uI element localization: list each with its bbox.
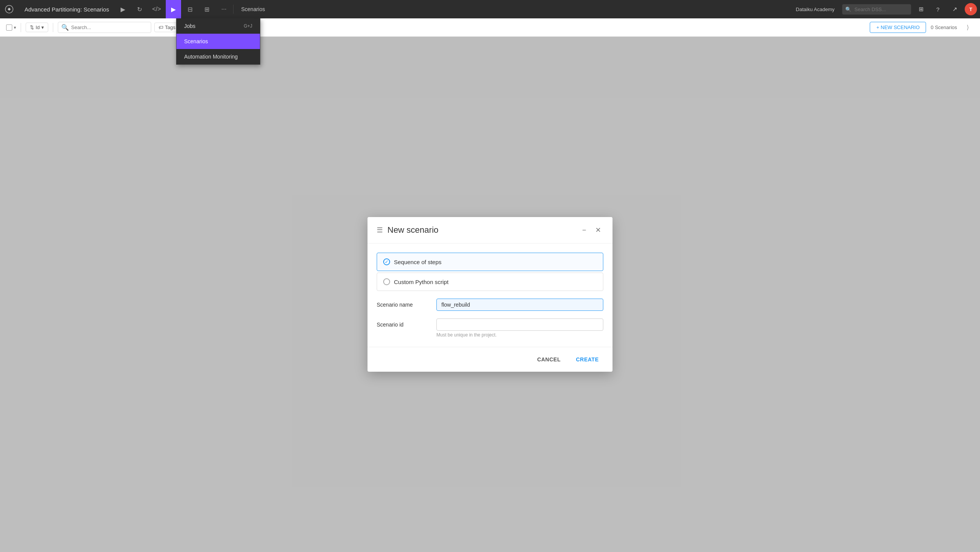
toolbar-divider-2 xyxy=(53,23,53,32)
search-icon: 🔍 xyxy=(845,7,851,12)
jobs-shortcut: G+J xyxy=(244,23,252,29)
dropdown-jobs[interactable]: Jobs G+J xyxy=(176,18,260,34)
grid-icon[interactable]: ⊞ xyxy=(199,0,215,18)
app-logo[interactable] xyxy=(0,0,18,18)
dropdown-scenarios[interactable]: Scenarios xyxy=(176,34,260,49)
sequence-radio-selected xyxy=(383,258,390,265)
modal-title: New scenario xyxy=(387,225,574,235)
page-title: Advanced Partitioning: Scenarios xyxy=(18,6,115,13)
python-radio xyxy=(383,278,390,285)
modal-footer: CANCEL CREATE xyxy=(368,347,612,372)
select-all-checkbox[interactable]: ▾ xyxy=(6,24,16,31)
new-scenario-modal: ☰ New scenario − ✕ Sequence of steps Cus… xyxy=(368,217,612,372)
scenario-name-label: Scenario name xyxy=(377,299,430,308)
create-button[interactable]: CREATE xyxy=(571,353,603,366)
custom-python-script-option[interactable]: Custom Python script xyxy=(377,273,603,291)
dataiku-academy-link[interactable]: Dataiku Academy xyxy=(791,7,839,12)
python-label: Custom Python script xyxy=(394,279,449,285)
list-icon: ☰ xyxy=(377,226,383,234)
database-icon[interactable]: ⊟ xyxy=(183,0,198,18)
sort-icon: ⇅ xyxy=(30,24,34,30)
toolbar-left: ▾ ⇅ Id ▾ 🔍 🏷 Tags ▾ ★ Favorites xyxy=(6,22,867,33)
modal-controls: − ✕ xyxy=(579,225,603,235)
nav-icons-group: ▶ ↻ </> ▶ ⊟ ⊞ ··· xyxy=(115,0,232,18)
main-content-area: ☰ New scenario − ✕ Sequence of steps Cus… xyxy=(0,37,980,552)
sequence-of-steps-option[interactable]: Sequence of steps xyxy=(377,253,603,271)
modal-header: ☰ New scenario − ✕ xyxy=(368,217,612,243)
refresh-icon[interactable]: ↻ xyxy=(132,0,147,18)
toolbar-search: 🔍 xyxy=(58,22,151,33)
toolbar-right: + NEW SCENARIO 0 Scenarios ⟩ xyxy=(870,21,974,34)
global-search-input[interactable] xyxy=(842,4,911,15)
chart-icon[interactable]: ↗ xyxy=(948,2,962,16)
sort-by-id-button[interactable]: ⇅ Id ▾ xyxy=(26,23,48,32)
scenario-id-hint: Must be unique in the project. xyxy=(436,332,603,338)
scenario-id-label: Scenario id xyxy=(377,318,430,328)
apps-icon[interactable]: ⊞ xyxy=(914,2,928,16)
scenario-name-input[interactable] xyxy=(436,299,603,311)
scenario-id-input[interactable] xyxy=(436,318,603,331)
jobs-label: Jobs xyxy=(184,23,196,29)
search-icon: 🔍 xyxy=(61,24,69,31)
scenarios-label: Scenarios xyxy=(184,38,208,44)
help-icon[interactable]: ? xyxy=(931,2,945,16)
top-navigation: Advanced Partitioning: Scenarios ▶ ↻ </>… xyxy=(0,0,980,18)
avatar[interactable]: T xyxy=(965,3,977,15)
scenario-name-input-wrapper xyxy=(436,299,603,311)
chevron-icon: ▾ xyxy=(14,25,16,30)
dropdown-menu: Jobs G+J Scenarios Automation Monitoring xyxy=(176,18,260,65)
breadcrumb-label: Scenarios xyxy=(235,6,271,12)
toolbar: ▾ ⇅ Id ▾ 🔍 🏷 Tags ▾ ★ Favorites + NEW SC… xyxy=(0,18,980,37)
dropdown-automation-monitoring[interactable]: Automation Monitoring xyxy=(176,49,260,64)
close-button[interactable]: ✕ xyxy=(593,225,603,235)
new-scenario-button[interactable]: + NEW SCENARIO xyxy=(870,22,926,33)
scenario-id-input-wrapper: Must be unique in the project. xyxy=(436,318,603,338)
toolbar-divider xyxy=(21,23,21,32)
code-icon[interactable]: </> xyxy=(149,0,164,18)
id-label: Id xyxy=(36,24,40,30)
modal-overlay: ☰ New scenario − ✕ Sequence of steps Cus… xyxy=(0,37,980,552)
modal-body: Sequence of steps Custom Python script S… xyxy=(368,243,612,347)
play-icon[interactable]: ▶ xyxy=(166,0,181,18)
bookmark-icon[interactable]: ▶ xyxy=(115,0,131,18)
tags-label: Tags xyxy=(165,24,175,30)
nav-right-group: Dataiku Academy 🔍 ⊞ ? ↗ T xyxy=(791,2,980,16)
sidebar-toggle-button[interactable]: ⟩ xyxy=(962,21,974,34)
nav-separator xyxy=(233,5,234,14)
checkbox-box xyxy=(6,24,12,31)
scenario-name-row: Scenario name xyxy=(377,299,603,311)
sequence-label: Sequence of steps xyxy=(394,259,441,265)
search-input[interactable] xyxy=(71,24,148,30)
chevron-down-icon: ▾ xyxy=(41,24,44,30)
automation-monitoring-label: Automation Monitoring xyxy=(184,54,238,60)
cancel-button[interactable]: CANCEL xyxy=(532,353,565,366)
scenario-id-row: Scenario id Must be unique in the projec… xyxy=(377,318,603,338)
tag-icon: 🏷 xyxy=(158,24,163,30)
minimize-button[interactable]: − xyxy=(579,225,590,235)
scenario-count: 0 Scenarios xyxy=(931,24,957,30)
more-icon[interactable]: ··· xyxy=(216,0,232,18)
search-wrapper: 🔍 xyxy=(842,4,911,15)
